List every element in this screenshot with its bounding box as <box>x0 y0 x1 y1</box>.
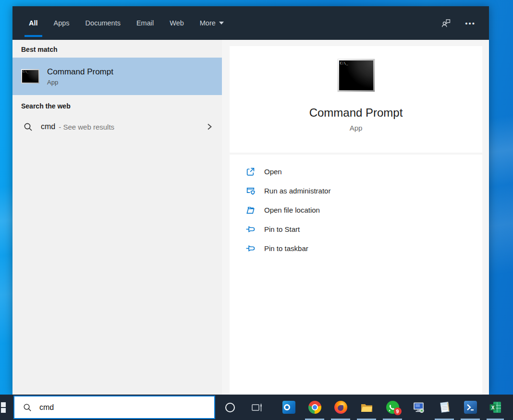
app-subtitle: App <box>350 124 363 132</box>
cortana-icon <box>225 403 235 412</box>
taskbar-item-notepad[interactable] <box>431 395 457 420</box>
action-open[interactable]: Open <box>245 162 482 181</box>
chrome-icon <box>308 401 321 414</box>
firefox-icon <box>334 401 347 414</box>
action-pin-to-taskbar[interactable]: Pin to taskbar <box>245 239 482 258</box>
taskbar-item-whatsapp[interactable]: 9 <box>379 395 405 420</box>
tab-web[interactable]: Web <box>170 6 184 40</box>
task-view-button[interactable] <box>245 395 269 420</box>
pinned-apps: 9 <box>276 395 507 420</box>
cortana-button[interactable] <box>215 395 245 420</box>
search-results-body: Best match C:\_ Command Prompt App Searc… <box>12 40 489 395</box>
web-query-text: cmd <box>41 122 55 131</box>
filter-tabs: All Apps Documents Email Web More <box>29 6 224 40</box>
search-the-web-header: Search the web <box>12 95 222 114</box>
result-title: Command Prompt <box>47 67 113 77</box>
admin-shield-icon <box>245 185 256 196</box>
start-button[interactable] <box>0 395 12 420</box>
whatsapp-icon: 9 <box>386 401 399 414</box>
running-indicator <box>305 419 324 420</box>
action-label: Pin to taskbar <box>264 244 308 252</box>
taskbar-search-value: cmd <box>39 403 54 412</box>
chevron-down-icon <box>219 22 224 24</box>
search-icon <box>23 122 33 132</box>
taskbar-item-firefox[interactable] <box>328 395 354 420</box>
running-indicator <box>331 419 350 420</box>
taskbar-item-remote-desktop[interactable] <box>405 395 431 420</box>
command-prompt-icon: C:\_ <box>21 69 39 84</box>
taskbar-item-outlook[interactable] <box>276 395 302 420</box>
excel-x-glyph: X <box>491 405 494 410</box>
remote-desktop-icon <box>412 401 425 414</box>
detail-panel: C:\_ Command Prompt App Open <box>222 40 489 395</box>
web-search-result[interactable]: cmd - See web results <box>12 115 222 138</box>
feedback-icon[interactable] <box>440 17 452 29</box>
running-indicator <box>461 419 480 420</box>
taskbar-item-file-explorer[interactable] <box>354 395 379 420</box>
tab-more-label: More <box>200 19 216 27</box>
app-actions-card: Open Run as administrator <box>230 155 482 395</box>
tab-apps[interactable]: Apps <box>54 6 70 40</box>
tab-email[interactable]: Email <box>136 6 154 40</box>
search-icon <box>23 403 32 412</box>
action-open-file-location[interactable]: Open file location <box>245 200 482 219</box>
action-pin-to-start[interactable]: Pin to Start <box>245 219 482 239</box>
notepad-icon <box>438 401 451 414</box>
outlook-icon <box>282 401 295 414</box>
tab-all[interactable]: All <box>29 6 38 40</box>
app-title: Command Prompt <box>309 106 403 120</box>
app-summary-card: C:\_ Command Prompt App <box>230 46 482 153</box>
task-view-icon <box>251 402 263 413</box>
search-flyout-panel: All Apps Documents Email Web More ••• <box>12 6 489 395</box>
action-label: Open <box>264 168 282 176</box>
folder-icon <box>245 204 256 215</box>
tab-documents[interactable]: Documents <box>86 6 121 40</box>
tab-more[interactable]: More <box>200 6 224 40</box>
taskbar-item-powershell[interactable] <box>457 395 483 420</box>
best-match-header: Best match <box>12 40 222 58</box>
running-indicator <box>435 419 454 420</box>
web-suffix-text: - See web results <box>59 123 114 131</box>
whatsapp-badge: 9 <box>394 408 402 415</box>
result-text: Command Prompt App <box>47 67 113 86</box>
windows-logo-icon <box>0 402 6 413</box>
taskbar: cmd <box>0 395 513 420</box>
open-icon <box>245 166 256 177</box>
result-subtitle: App <box>47 79 113 86</box>
file-explorer-icon <box>360 401 373 414</box>
pin-icon <box>245 243 256 253</box>
chevron-right-icon <box>205 122 214 132</box>
running-indicator <box>383 419 402 420</box>
action-label: Pin to Start <box>264 225 300 233</box>
action-run-as-administrator[interactable]: Run as administrator <box>245 181 482 200</box>
taskbar-item-chrome[interactable] <box>302 395 328 420</box>
action-label: Run as administrator <box>264 187 330 195</box>
powershell-icon <box>464 401 477 414</box>
taskbar-item-excel[interactable]: X <box>483 395 507 420</box>
action-label: Open file location <box>264 206 320 214</box>
running-indicator <box>357 419 376 420</box>
more-options-icon[interactable]: ••• <box>465 19 476 27</box>
search-filter-bar: All Apps Documents Email Web More ••• <box>12 6 489 40</box>
running-indicator <box>487 419 504 420</box>
taskbar-search-box[interactable]: cmd <box>13 396 215 419</box>
command-prompt-icon-large: C:\_ <box>338 59 375 92</box>
results-column: Best match C:\_ Command Prompt App Searc… <box>12 40 222 395</box>
topbar-right-icons: ••• <box>440 17 489 29</box>
excel-icon: X <box>489 401 502 414</box>
best-match-result-command-prompt[interactable]: C:\_ Command Prompt App <box>12 58 222 95</box>
pin-icon <box>245 224 256 234</box>
